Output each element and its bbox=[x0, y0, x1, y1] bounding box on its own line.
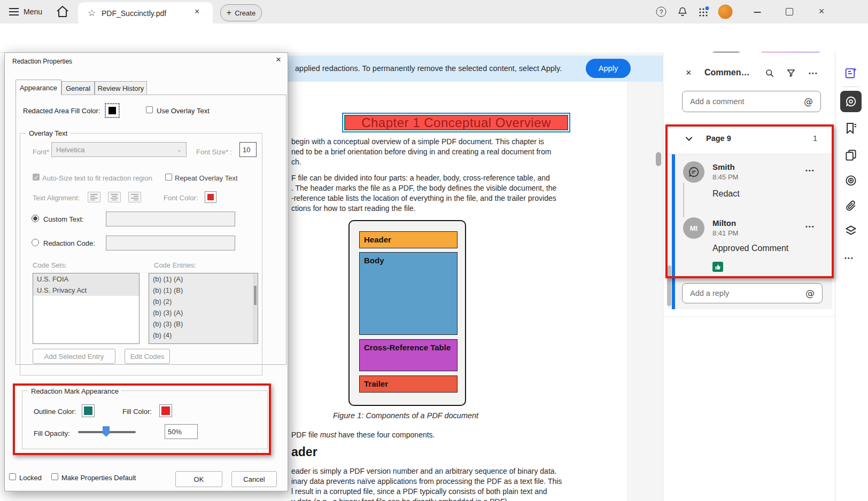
use-overlay-checkbox[interactable] bbox=[146, 106, 153, 113]
font-size-input[interactable]: 10 bbox=[239, 142, 257, 157]
figure-header-box: Header bbox=[359, 231, 458, 248]
mention-icon[interactable]: @ bbox=[804, 96, 813, 107]
align-left-icon[interactable] bbox=[88, 192, 100, 202]
list-item[interactable]: (b) (2) bbox=[149, 296, 258, 307]
make-default-checkbox[interactable] bbox=[51, 473, 58, 480]
menu-label[interactable]: Menu bbox=[24, 7, 42, 16]
list-scrollbar[interactable] bbox=[253, 274, 257, 344]
maximize-icon[interactable] bbox=[786, 8, 793, 15]
autosize-checkbox[interactable]: ✓ bbox=[33, 174, 40, 181]
home-icon[interactable] bbox=[56, 5, 69, 18]
hamburger-menu-icon[interactable] bbox=[9, 7, 19, 16]
list-item[interactable]: (b) (4) bbox=[149, 330, 258, 341]
outline-color-swatch[interactable] bbox=[82, 404, 95, 417]
panel-close-icon[interactable]: × bbox=[686, 67, 692, 79]
user-avatar[interactable] bbox=[718, 5, 733, 19]
document-scrollbar[interactable] bbox=[656, 152, 661, 166]
apply-button[interactable]: Apply bbox=[586, 59, 631, 78]
page-thumbnails-icon[interactable] bbox=[845, 150, 857, 162]
window-close-icon[interactable]: × bbox=[819, 6, 825, 17]
filter-icon[interactable] bbox=[786, 68, 796, 79]
create-button[interactable]: + Create bbox=[220, 4, 262, 21]
align-right-icon[interactable] bbox=[128, 192, 141, 202]
font-size-label: Font Size* : bbox=[196, 148, 232, 156]
tab-review-history[interactable]: Review History bbox=[95, 81, 147, 95]
destinations-icon[interactable] bbox=[845, 175, 857, 187]
panel-scrollbar[interactable] bbox=[667, 265, 671, 306]
custom-text-radio[interactable] bbox=[32, 215, 39, 222]
list-item[interactable]: U.S. FOIA bbox=[33, 273, 139, 285]
font-select[interactable]: Helvetica ⌄ bbox=[51, 142, 187, 157]
apply-label: Apply bbox=[599, 64, 618, 73]
comments-options-icon[interactable]: ••• bbox=[809, 70, 818, 76]
add-comment-input[interactable]: Add a comment @ bbox=[682, 91, 821, 112]
align-center-icon[interactable] bbox=[108, 192, 121, 202]
doc-text-line: ctions for how to start reading the file… bbox=[291, 204, 416, 213]
doc-text-line: inary data prevents naïve applications f… bbox=[291, 477, 562, 486]
list-item[interactable]: (b) (1) (A) bbox=[149, 273, 258, 285]
add-reply-input[interactable]: Add a reply @ bbox=[682, 283, 823, 303]
bookmarks-icon[interactable] bbox=[844, 122, 857, 135]
fill-color-swatch[interactable] bbox=[159, 404, 172, 417]
font-label: Font* : bbox=[33, 148, 53, 156]
tab-close-icon[interactable]: × bbox=[195, 7, 199, 17]
page-group-label[interactable]: Page 9 bbox=[706, 134, 731, 143]
list-item[interactable]: U.S. Privacy Act bbox=[33, 285, 139, 296]
search-comments-icon[interactable] bbox=[765, 68, 775, 79]
tab-appearance[interactable]: Appearance bbox=[15, 80, 61, 95]
divider bbox=[842, 87, 859, 87]
more-tools-icon[interactable]: ••• bbox=[844, 255, 854, 261]
dialog-close-icon[interactable]: × bbox=[276, 54, 281, 65]
opacity-value-input[interactable]: 50% bbox=[165, 424, 198, 439]
custom-text-label: Custom Text: bbox=[43, 215, 84, 223]
repeat-overlay-checkbox[interactable] bbox=[165, 174, 172, 181]
document-tab[interactable]: ☆ PDF_Succinctly.pdf × bbox=[78, 2, 213, 24]
ai-summary-icon[interactable] bbox=[844, 67, 858, 80]
collapse-chevron-icon[interactable] bbox=[686, 137, 693, 141]
layers-icon[interactable] bbox=[845, 225, 857, 237]
font-color-swatch[interactable] bbox=[205, 191, 216, 203]
help-glyph: ? bbox=[660, 8, 663, 15]
cancel-button[interactable]: Cancel bbox=[231, 471, 277, 487]
star-icon[interactable]: ☆ bbox=[88, 7, 96, 19]
custom-text-input[interactable] bbox=[106, 212, 235, 226]
add-selected-entry-button[interactable]: Add Selected Entry bbox=[33, 349, 115, 364]
comment-time: 8:45 PM bbox=[712, 173, 738, 181]
approved-thumbs-up-icon[interactable] bbox=[712, 262, 723, 272]
help-icon[interactable]: ? bbox=[656, 7, 666, 17]
divider bbox=[663, 316, 835, 317]
apps-grid-icon[interactable] bbox=[698, 6, 710, 18]
list-item[interactable]: (b) (3) (B) bbox=[149, 318, 258, 330]
list-scrollbar-thumb[interactable] bbox=[254, 286, 257, 305]
list-item[interactable]: (b) (3) (A) bbox=[149, 307, 258, 318]
banner-message: applied redactions. To permanently remov… bbox=[295, 64, 562, 73]
plus-icon: + bbox=[227, 8, 231, 18]
ok-button[interactable]: OK bbox=[175, 471, 222, 487]
comment-options-icon[interactable]: ••• bbox=[805, 223, 815, 230]
code-entries-label: Code Entries: bbox=[154, 261, 196, 269]
code-entries-list[interactable]: (b) (1) (A) (b) (1) (B) (b) (2) (b) (3) … bbox=[149, 273, 258, 344]
locked-checkbox[interactable] bbox=[9, 473, 16, 480]
redaction-code-input[interactable] bbox=[106, 236, 235, 250]
notifications-bell-icon[interactable] bbox=[677, 6, 688, 18]
title-bar: Menu ☆ PDF_Succinctly.pdf × + Create ? × bbox=[0, 0, 868, 24]
thread-connector bbox=[683, 183, 684, 217]
redaction-mark-heading[interactable]: Chapter 1 Conceptual Overview bbox=[342, 113, 570, 132]
comment-tool-selected[interactable] bbox=[840, 91, 862, 112]
doc-text-seg: PDF file bbox=[291, 430, 320, 439]
edit-codes-button[interactable]: Edit Codes bbox=[125, 349, 170, 364]
redaction-code-radio[interactable] bbox=[32, 239, 39, 246]
code-sets-list[interactable]: U.S. FOIA U.S. Privacy Act bbox=[33, 273, 140, 344]
redacted-fill-swatch[interactable] bbox=[105, 104, 119, 118]
font-size-value: 10 bbox=[243, 146, 250, 154]
tab-general[interactable]: General bbox=[61, 81, 95, 95]
swatch-color bbox=[207, 194, 214, 200]
doc-text-line: y data (e.g., a binary font file can be … bbox=[291, 497, 509, 501]
attachments-icon[interactable] bbox=[845, 200, 857, 212]
doc-text-line: l result in a corrupted file, since a PD… bbox=[291, 487, 547, 496]
outline-color-label: Outline Color: bbox=[34, 408, 76, 416]
comment-options-icon[interactable]: ••• bbox=[805, 167, 815, 174]
minimize-icon[interactable] bbox=[754, 12, 761, 13]
list-item[interactable]: (b) (1) (B) bbox=[149, 285, 258, 296]
mention-icon[interactable]: @ bbox=[805, 288, 815, 299]
